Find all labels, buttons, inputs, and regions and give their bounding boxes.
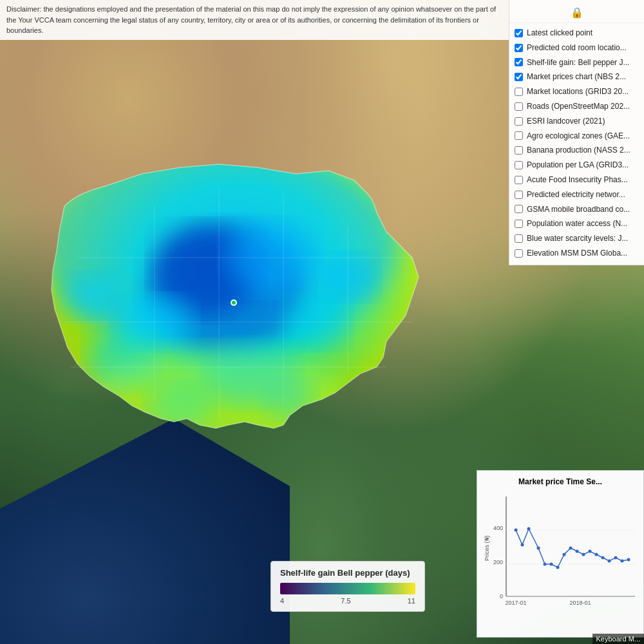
svg-point-42 bbox=[582, 553, 585, 556]
layer-item-latest-clicked[interactable]: Latest clicked point bbox=[509, 26, 644, 41]
svg-point-41 bbox=[576, 550, 579, 553]
svg-point-37 bbox=[550, 563, 553, 566]
layer-checkbox-roads[interactable] bbox=[515, 102, 523, 111]
layer-checkbox-population-lga[interactable] bbox=[515, 161, 523, 169]
layer-list: Latest clicked pointPredicted cold room … bbox=[509, 26, 644, 261]
layer-label-latest-clicked: Latest clicked point bbox=[527, 28, 592, 39]
map-marker[interactable] bbox=[231, 299, 237, 306]
layer-checkbox-market-locations[interactable] bbox=[515, 88, 523, 96]
layer-item-predicted-cold[interactable]: Predicted cold room locatio... bbox=[509, 41, 644, 55]
layer-item-blue-water[interactable]: Blue water scarcity levels: J... bbox=[509, 231, 644, 246]
layer-checkbox-banana-production[interactable] bbox=[515, 146, 523, 155]
layer-item-elevation[interactable]: Elevation MSM DSM Globa... bbox=[509, 246, 644, 261]
layer-checkbox-blue-water[interactable] bbox=[515, 234, 523, 243]
chart-area: 0 200 400 2017-01 2018-01 Prices (₦) bbox=[484, 490, 637, 616]
layer-label-banana-production: Banana production (NASS 2... bbox=[527, 145, 630, 156]
svg-point-49 bbox=[627, 558, 630, 562]
svg-text:Prices (₦): Prices (₦) bbox=[484, 535, 490, 561]
svg-point-34 bbox=[527, 527, 531, 531]
svg-point-35 bbox=[537, 547, 540, 550]
layer-label-market-locations: Market locations (GRID3 20... bbox=[527, 86, 629, 97]
svg-point-44 bbox=[595, 553, 598, 556]
layer-label-acute-food: Acute Food Insecurity Phas... bbox=[527, 175, 628, 185]
layer-checkbox-shelf-life[interactable] bbox=[515, 58, 523, 66]
legend-max: 11 bbox=[408, 597, 415, 605]
layer-label-gsma-mobile: GSMA mobile broadband co... bbox=[527, 204, 630, 215]
legend-box: Shelf-life gain Bell pepper (days) 4 7.5… bbox=[270, 561, 425, 612]
keyboard-label: Keyboard M... bbox=[596, 635, 640, 643]
layer-item-market-prices[interactable]: Market prices chart (NBS 2... bbox=[509, 70, 644, 84]
layer-label-roads: Roads (OpenStreetMap 202... bbox=[527, 101, 630, 112]
legend-gradient bbox=[280, 583, 415, 594]
layer-checkbox-predicted-electricity[interactable] bbox=[515, 191, 523, 199]
svg-point-40 bbox=[569, 547, 573, 550]
svg-point-10 bbox=[61, 274, 119, 319]
keyboard-badge: Keyboard M... bbox=[592, 634, 644, 644]
legend-min: 4 bbox=[280, 597, 284, 605]
svg-text:200: 200 bbox=[493, 559, 503, 565]
layer-panel: 🔒 Latest clicked pointPredicted cold roo… bbox=[509, 0, 644, 265]
lock-row: 🔒 bbox=[509, 4, 644, 23]
layer-label-shelf-life: Shelf-life gain: Bell pepper J... bbox=[527, 57, 629, 68]
layer-item-population-lga[interactable]: Population per LGA (GRID3... bbox=[509, 158, 644, 173]
chart-title: Market price Time Se... bbox=[484, 477, 637, 486]
layer-item-predicted-electricity[interactable]: Predicted electricity networ... bbox=[509, 187, 644, 202]
heatmap-overlay bbox=[26, 129, 451, 477]
layer-item-agro-ecological[interactable]: Agro ecological zones (GAE... bbox=[509, 129, 644, 144]
layer-item-gsma-mobile[interactable]: GSMA mobile broadband co... bbox=[509, 202, 644, 217]
layer-checkbox-esri-landcover[interactable] bbox=[515, 117, 523, 126]
layer-label-population-lga: Population per LGA (GRID3... bbox=[527, 160, 629, 171]
layer-label-blue-water: Blue water scarcity levels: J... bbox=[527, 233, 628, 244]
disclaimer-box: Disclaimer: the designations employed an… bbox=[0, 0, 509, 40]
layer-checkbox-gsma-mobile[interactable] bbox=[515, 205, 523, 213]
layer-checkbox-population-water[interactable] bbox=[515, 220, 523, 228]
layer-item-roads[interactable]: Roads (OpenStreetMap 202... bbox=[509, 99, 644, 114]
layer-item-esri-landcover[interactable]: ESRI landcover (2021) bbox=[509, 114, 644, 129]
svg-point-48 bbox=[621, 560, 624, 563]
svg-point-46 bbox=[608, 560, 611, 563]
layer-checkbox-elevation[interactable] bbox=[515, 249, 523, 258]
disclaimer-text: Disclaimer: the designations employed an… bbox=[6, 5, 496, 34]
svg-text:2017-01: 2017-01 bbox=[505, 600, 526, 606]
layer-label-population-water: Population water access (N... bbox=[527, 218, 627, 229]
svg-point-33 bbox=[521, 544, 524, 547]
layer-checkbox-market-prices[interactable] bbox=[515, 73, 523, 81]
layer-item-banana-production[interactable]: Banana production (NASS 2... bbox=[509, 143, 644, 158]
layer-label-agro-ecological: Agro ecological zones (GAE... bbox=[527, 131, 630, 142]
svg-text:2018-01: 2018-01 bbox=[569, 600, 591, 606]
legend-title: Shelf-life gain Bell pepper (days) bbox=[280, 568, 415, 578]
chart-panel: Market price Time Se... 0 200 400 2017- bbox=[477, 470, 644, 638]
layer-label-esri-landcover: ESRI landcover (2021) bbox=[527, 116, 605, 127]
layer-label-predicted-electricity: Predicted electricity networ... bbox=[527, 189, 625, 200]
layer-label-predicted-cold: Predicted cold room locatio... bbox=[527, 43, 627, 53]
svg-point-36 bbox=[544, 563, 547, 566]
svg-point-32 bbox=[515, 529, 518, 532]
svg-point-43 bbox=[589, 550, 592, 553]
layer-checkbox-agro-ecological[interactable] bbox=[515, 131, 523, 140]
layer-item-population-water[interactable]: Population water access (N... bbox=[509, 216, 644, 231]
layer-checkbox-acute-food[interactable] bbox=[515, 176, 523, 184]
layer-label-market-prices: Market prices chart (NBS 2... bbox=[527, 71, 626, 82]
layer-label-elevation: Elevation MSM DSM Globa... bbox=[527, 248, 627, 259]
svg-text:0: 0 bbox=[500, 593, 503, 600]
svg-text:400: 400 bbox=[493, 525, 503, 531]
lock-icon: 🔒 bbox=[571, 6, 583, 19]
layer-item-acute-food[interactable]: Acute Food Insecurity Phas... bbox=[509, 173, 644, 187]
legend-labels: 4 7.5 11 bbox=[280, 597, 415, 605]
layer-checkbox-latest-clicked[interactable] bbox=[515, 29, 523, 37]
chart-svg: 0 200 400 2017-01 2018-01 Prices (₦) bbox=[484, 490, 638, 612]
layer-item-shelf-life[interactable]: Shelf-life gain: Bell pepper J... bbox=[509, 55, 644, 70]
layer-checkbox-predicted-cold[interactable] bbox=[515, 44, 523, 52]
layer-item-market-locations[interactable]: Market locations (GRID3 20... bbox=[509, 84, 644, 99]
legend-mid: 7.5 bbox=[341, 597, 350, 605]
svg-point-47 bbox=[614, 556, 618, 560]
svg-point-38 bbox=[556, 566, 560, 569]
svg-point-39 bbox=[563, 553, 566, 556]
svg-point-45 bbox=[601, 556, 605, 560]
